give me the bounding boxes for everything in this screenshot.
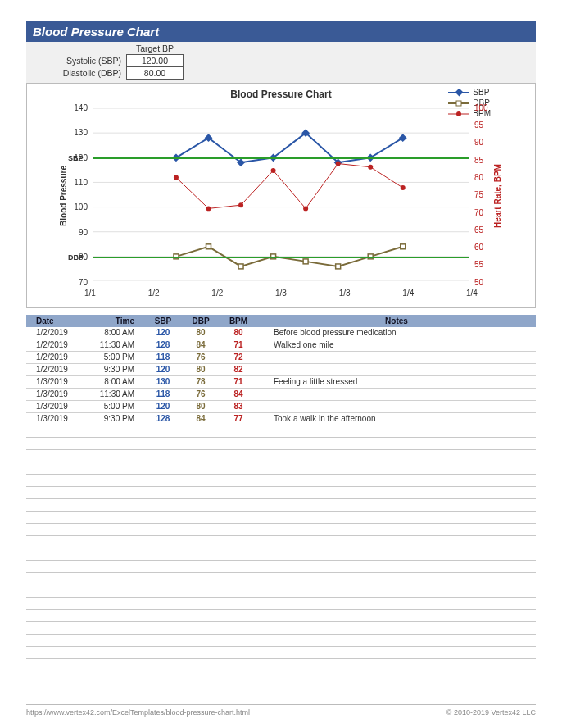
x-tick: 1/4	[466, 289, 478, 298]
blank-row[interactable]	[26, 438, 536, 450]
blank-row[interactable]	[26, 536, 536, 548]
data-table-header: Date Time SBP DBP BPM Notes	[26, 315, 536, 327]
cell-dbp: 76	[182, 389, 220, 399]
y-left-tick: 70	[63, 278, 88, 287]
legend-sbp-label: SBP	[473, 88, 489, 97]
blank-row[interactable]	[26, 610, 536, 622]
col-date-header: Date	[26, 316, 85, 325]
svg-point-33	[271, 168, 276, 173]
x-tick: 1/1	[84, 289, 96, 298]
cell-notes: Walked one mile	[257, 340, 536, 350]
blank-row[interactable]	[26, 462, 536, 475]
y-right-tick: 50	[474, 278, 499, 287]
y-right-tick: 85	[474, 156, 499, 165]
y-left-tick: 120	[63, 153, 88, 162]
table-row[interactable]: 1/2/201911:30 AM1288471Walked one mile	[26, 339, 536, 352]
cell-notes: Took a walk in the afternoon	[257, 414, 536, 424]
footer-copyright: © 2010-2019 Vertex42 LLC	[446, 708, 536, 717]
svg-point-37	[401, 185, 406, 190]
cell-time: 9:30 PM	[85, 365, 144, 375]
cell-bpm: 71	[220, 377, 257, 387]
footer-url: https://www.vertex42.com/ExcelTemplates/…	[26, 708, 250, 717]
blank-row[interactable]	[26, 524, 536, 536]
svg-rect-26	[303, 259, 308, 264]
blank-row[interactable]	[26, 487, 536, 499]
blank-rows	[26, 425, 536, 659]
svg-rect-1	[455, 89, 464, 96]
y-right-tick: 65	[474, 225, 499, 234]
page-footer: https://www.vertex42.com/ExcelTemplates/…	[26, 704, 536, 717]
blank-row[interactable]	[26, 622, 536, 635]
sbp-target-line: SBP	[93, 157, 469, 159]
col-sbp-header: SBP	[144, 316, 182, 325]
diastolic-label: Diastolic (DBP)	[26, 67, 121, 80]
y-left-tick: 140	[63, 103, 88, 112]
cell-time: 11:30 AM	[85, 340, 144, 350]
target-diastolic-input[interactable]: 80.00	[126, 66, 184, 80]
cell-time: 5:00 PM	[85, 402, 144, 412]
cell-bpm: 80	[220, 328, 257, 338]
x-tick: 1/4	[402, 289, 414, 298]
cell-sbp: 118	[144, 389, 182, 399]
y-left-tick: 130	[63, 128, 88, 137]
x-tick: 1/2	[211, 289, 223, 298]
blank-row[interactable]	[26, 647, 536, 659]
svg-rect-3	[456, 101, 461, 106]
table-row[interactable]: 1/2/20198:00 AM1208080Before blood press…	[26, 327, 536, 339]
table-row[interactable]: 1/2/20199:30 PM1208082	[26, 364, 536, 376]
svg-rect-27	[336, 264, 341, 269]
cell-dbp: 78	[182, 377, 220, 387]
blank-row[interactable]	[26, 450, 536, 462]
table-row[interactable]: 1/3/20198:00 AM1307871Feeling a little s…	[26, 376, 536, 389]
table-row[interactable]: 1/3/20195:00 PM1208083	[26, 401, 536, 413]
col-notes-header: Notes	[257, 316, 536, 325]
blank-row[interactable]	[26, 585, 536, 598]
cell-dbp: 80	[182, 328, 220, 338]
blank-row[interactable]	[26, 512, 536, 524]
blank-row[interactable]	[26, 548, 536, 561]
blank-row[interactable]	[26, 561, 536, 573]
page-title: Blood Pressure Chart	[26, 21, 536, 42]
blank-row[interactable]	[26, 499, 536, 512]
table-row[interactable]: 1/3/20199:30 PM1288477Took a walk in the…	[26, 413, 536, 425]
cell-notes	[257, 402, 536, 412]
cell-date: 1/2/2019	[26, 328, 85, 338]
cell-dbp: 84	[182, 340, 220, 350]
cell-time: 9:30 PM	[85, 414, 144, 424]
blank-row[interactable]	[26, 425, 536, 438]
cell-time: 8:00 AM	[85, 377, 144, 387]
table-row[interactable]: 1/2/20195:00 PM1187672	[26, 352, 536, 364]
y-right-tick: 90	[474, 138, 499, 147]
x-tick: 1/3	[275, 289, 287, 298]
svg-point-36	[368, 165, 373, 170]
cell-bpm: 83	[220, 402, 257, 412]
cell-notes	[257, 365, 536, 375]
y-axis-right-ticks: 10095908580757065605550	[474, 107, 499, 281]
x-tick: 1/3	[339, 289, 351, 298]
y-right-tick: 100	[474, 103, 499, 112]
y-left-tick: 80	[63, 253, 88, 262]
svg-point-35	[336, 162, 341, 166]
cell-date: 1/3/2019	[26, 414, 85, 424]
blank-row[interactable]	[26, 635, 536, 647]
x-tick: 1/2	[148, 289, 160, 298]
svg-point-34	[303, 206, 308, 211]
blank-row[interactable]	[26, 475, 536, 487]
bp-chart: Blood Pressure Chart SBP DBP BPM Blood P…	[26, 83, 536, 308]
cell-notes	[257, 353, 536, 362]
cell-time: 5:00 PM	[85, 353, 144, 362]
blank-row[interactable]	[26, 573, 536, 585]
cell-bpm: 71	[220, 340, 257, 350]
cell-dbp: 76	[182, 353, 220, 362]
cell-sbp: 120	[144, 328, 182, 338]
col-bpm-header: BPM	[220, 316, 257, 325]
cell-date: 1/3/2019	[26, 377, 85, 387]
blank-row[interactable]	[26, 598, 536, 610]
y-left-tick: 110	[63, 178, 88, 187]
y-right-tick: 75	[474, 190, 499, 199]
table-row[interactable]: 1/3/201911:30 AM1187684	[26, 389, 536, 401]
target-header: Target BP	[126, 43, 184, 54]
cell-sbp: 128	[144, 340, 182, 350]
target-systolic-input[interactable]: 120.00	[126, 54, 184, 67]
cell-bpm: 72	[220, 353, 257, 362]
